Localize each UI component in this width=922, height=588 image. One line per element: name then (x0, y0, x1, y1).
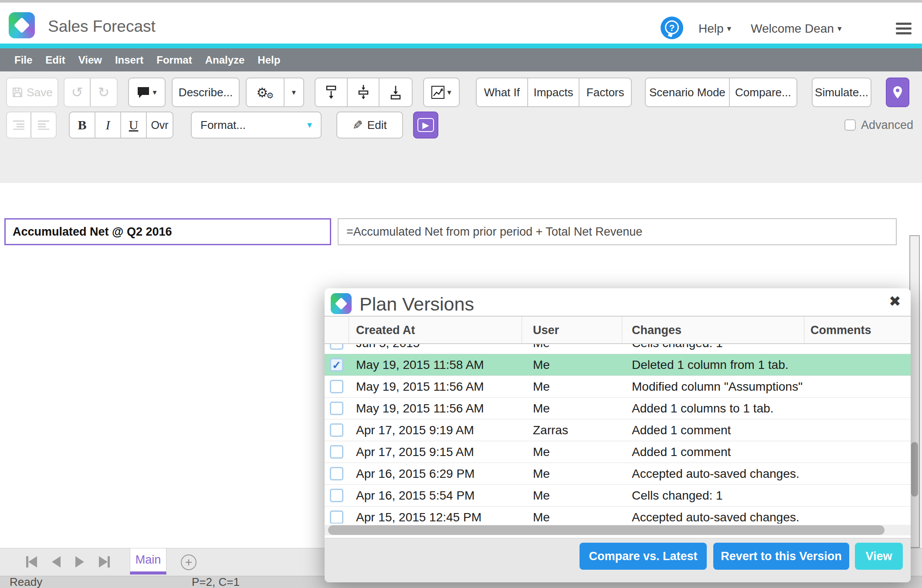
save-button[interactable]: Save (6, 78, 58, 107)
versions-horizontal-scrollbar[interactable] (325, 525, 911, 535)
video-tutorial-button[interactable]: ▶ (413, 112, 438, 139)
user-menu[interactable]: Welcome Dean▾ (751, 22, 841, 36)
settings-group: ⚙⚙ ▾ (246, 78, 304, 107)
menu-item-file[interactable]: File (8, 54, 39, 66)
menu-item-help[interactable]: Help (251, 54, 287, 66)
version-checkbox[interactable] (330, 489, 343, 502)
version-checkbox[interactable]: ✓ (330, 358, 343, 372)
view-button[interactable]: View (855, 543, 903, 570)
chevron-down-icon: ▾ (727, 24, 732, 33)
cell-reference-field[interactable]: Accumulated Net @ Q2 2016 (4, 218, 331, 245)
version-user: Me (533, 380, 550, 394)
modal-title: Plan Versions (359, 294, 474, 315)
help-menu[interactable]: Help▾ (698, 22, 731, 36)
italic-button[interactable]: I (95, 112, 121, 138)
edit-button[interactable]: ✎Edit (336, 112, 403, 139)
version-row-content: Apr 17, 2015 9:19 AMZarrasAdded 1 commen… (325, 419, 911, 441)
first-sheet-icon[interactable] (26, 556, 37, 568)
advanced-checkbox[interactable] (844, 119, 856, 131)
modal-logo-icon (331, 293, 352, 314)
toolbar-area: Save ↺ ↻ ▾ Describe... ⚙⚙ ▾ (0, 71, 922, 183)
scrollbar-thumb[interactable] (328, 525, 885, 535)
settings-dropdown[interactable]: ▾ (285, 78, 303, 106)
format-dropdown[interactable]: Format...▾ (191, 112, 322, 139)
version-user: Me (533, 510, 550, 524)
version-checkbox[interactable] (330, 380, 343, 393)
grid-vertical-scrollbar[interactable] (909, 235, 920, 548)
advanced-toggle[interactable]: Advanced (844, 118, 913, 132)
version-changes: Cells changed: 1 (632, 489, 723, 503)
analysis-group: What If Impacts Factors (476, 78, 632, 107)
version-checkbox[interactable] (330, 467, 343, 480)
version-row[interactable]: ✓May 19, 2015 11:58 AMMeDeleted 1 column… (325, 354, 911, 376)
insert-between-icon[interactable] (348, 78, 380, 106)
compare-button[interactable]: Compare... (730, 78, 797, 106)
impacts-button[interactable]: Impacts (528, 78, 580, 106)
question-icon: ? (665, 20, 679, 34)
version-row-content: Apr 16, 2015 5:54 PMMeCells changed: 1 (325, 485, 911, 507)
menu-item-format[interactable]: Format (150, 54, 198, 66)
menu-item-insert[interactable]: Insert (108, 54, 150, 66)
close-icon[interactable]: ✖ (889, 293, 901, 310)
factors-button[interactable]: Factors (580, 78, 631, 106)
chart-icon (431, 86, 444, 99)
version-row[interactable]: Apr 15, 2015 12:45 PMMeAccepted auto-sav… (325, 507, 911, 524)
formula-field[interactable]: =Accumulated Net from prior period + Tot… (338, 218, 897, 245)
bold-button[interactable]: B (70, 112, 95, 138)
help-bubble-icon[interactable]: ? (661, 17, 683, 39)
insert-below-icon[interactable] (380, 78, 412, 106)
undo-redo-group: ↺ ↻ (64, 78, 118, 107)
redo-icon[interactable]: ↻ (91, 78, 117, 106)
prev-sheet-icon[interactable] (52, 556, 61, 568)
version-row[interactable]: Jun 5, 2015MeCells changed: 1 (325, 344, 911, 354)
version-date: Apr 17, 2015 9:15 AM (356, 445, 474, 459)
version-row[interactable]: Apr 17, 2015 9:19 AMZarrasAdded 1 commen… (325, 419, 911, 441)
last-sheet-icon[interactable] (99, 556, 110, 568)
version-checkbox[interactable] (330, 402, 343, 415)
version-row[interactable]: Apr 16, 2015 6:29 PMMeAccepted auto-save… (325, 463, 911, 485)
undo-icon[interactable]: ↺ (64, 78, 91, 106)
what-if-button[interactable]: What If (477, 78, 528, 106)
insert-above-icon[interactable] (315, 78, 348, 106)
version-changes: Added 1 columns to 1 tab. (632, 402, 773, 416)
presentation-pin-button[interactable] (886, 78, 909, 107)
scenario-mode-button[interactable]: Scenario Mode (646, 78, 730, 106)
version-row[interactable]: May 19, 2015 11:56 AMMeModified column "… (325, 376, 911, 398)
menu-item-edit[interactable]: Edit (39, 54, 71, 66)
hamburger-menu-icon[interactable] (896, 23, 912, 35)
revert-to-version-button[interactable]: Revert to this Version (713, 543, 849, 570)
version-date: Apr 15, 2015 12:45 PM (356, 510, 481, 524)
gear-icon[interactable]: ⚙⚙ (247, 78, 285, 106)
version-row[interactable]: Apr 16, 2015 5:54 PMMeCells changed: 1 (325, 485, 911, 507)
describe-button[interactable]: Describe... (172, 78, 240, 107)
comments-dropdown[interactable]: ▾ (128, 78, 166, 107)
version-checkbox[interactable] (330, 445, 343, 459)
text-style-group: B I U Ovr (69, 112, 173, 139)
next-sheet-icon[interactable] (75, 556, 84, 568)
version-checkbox[interactable] (330, 423, 343, 437)
menu-item-analyze[interactable]: Analyze (199, 54, 251, 66)
version-date: Jun 5, 2015 (356, 344, 420, 350)
indent-right-icon[interactable] (31, 112, 56, 138)
chevron-down-icon: ▾ (153, 88, 156, 97)
add-sheet-button[interactable]: + (181, 554, 197, 570)
version-user: Me (533, 358, 550, 372)
indent-left-icon[interactable] (7, 112, 31, 138)
tab-main[interactable]: Main (130, 548, 166, 574)
col-comments: Comments (810, 324, 871, 337)
compare-vs-latest-button[interactable]: Compare vs. Latest (580, 543, 707, 570)
version-changes: Modified column "Assumptions" (632, 380, 803, 394)
version-checkbox[interactable] (330, 510, 343, 524)
version-checkbox[interactable] (330, 344, 343, 350)
overwrite-button[interactable]: Ovr (147, 112, 173, 138)
chart-dropdown[interactable]: ▾ (423, 78, 460, 107)
play-icon: ▶ (417, 118, 434, 132)
version-row[interactable]: Apr 17, 2015 9:15 AMMeAdded 1 comment (325, 441, 911, 463)
version-row-content: Apr 17, 2015 9:15 AMMeAdded 1 comment (325, 441, 911, 463)
menu-item-view[interactable]: View (72, 54, 108, 66)
underline-button[interactable]: U (121, 112, 147, 138)
scrollbar-thumb[interactable] (911, 442, 918, 497)
version-row[interactable]: May 19, 2015 11:56 AMMeAdded 1 columns t… (325, 398, 911, 419)
simulate-button[interactable]: Simulate... (812, 78, 871, 107)
scenario-group: Scenario Mode Compare... (645, 78, 797, 107)
